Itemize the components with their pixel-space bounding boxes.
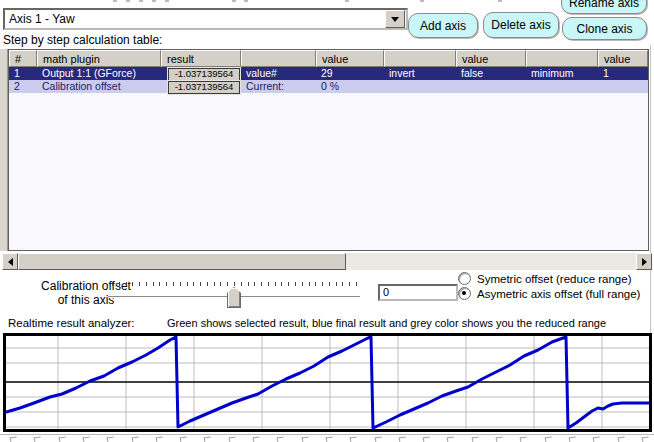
analyzer-chart-svg <box>6 336 649 429</box>
table-row[interactable]: 2 Calibration offset -1.037139564 Curren… <box>9 80 648 93</box>
column-header-value-2[interactable]: value <box>456 50 526 67</box>
column-header-num[interactable]: # <box>9 50 37 67</box>
scrollbar-thumb[interactable] <box>18 253 346 270</box>
left-arrow-icon <box>8 258 13 266</box>
panel-edge-divider <box>650 45 651 333</box>
radio-asymetric-offset[interactable]: Asymetric axis offset (full range) <box>458 287 640 300</box>
table-row-selected[interactable]: 1 Output 1:1 (GForce) -1.037139564 value… <box>9 67 648 80</box>
column-header-math-plugin[interactable]: math plugin <box>37 50 161 67</box>
analyzer-label: Realtime result analyzer: <box>8 317 135 329</box>
bottom-divider <box>0 434 654 435</box>
calculation-table[interactable]: # math plugin result value value value 1… <box>8 49 649 251</box>
column-header-value-1[interactable]: value <box>316 50 384 67</box>
column-header-blank-1[interactable] <box>241 50 316 67</box>
column-header-blank-2[interactable] <box>384 50 456 67</box>
row-number: 2 <box>9 80 37 97</box>
result-value-box[interactable]: -1.037139564 <box>168 81 240 94</box>
realtime-analyzer-chart <box>3 333 652 432</box>
table-label: Step by step calculation table: <box>3 33 162 47</box>
table-header-row: # math plugin result value value value <box>9 50 648 67</box>
slider-tick-marks <box>112 282 356 287</box>
radio-symetric-label: Symetric offset (reduce range) <box>477 273 631 285</box>
offset-value-input[interactable]: 0 <box>378 284 458 301</box>
add-axis-button[interactable]: Add axis <box>408 13 478 38</box>
scroll-left-button[interactable] <box>2 253 18 270</box>
radio-selected-icon[interactable] <box>458 287 471 300</box>
calibration-slider-thumb[interactable] <box>227 287 241 308</box>
vertical-scrollbar-track[interactable] <box>0 49 8 251</box>
axis-selector[interactable]: Axis 1 - Yaw <box>3 8 408 30</box>
radio-asymetric-label: Asymetric axis offset (full range) <box>477 288 640 300</box>
delete-axis-button[interactable]: Delete axis <box>483 12 559 38</box>
param-label <box>384 80 456 97</box>
result-cell: -1.037139564 <box>161 80 241 97</box>
chevron-down-icon <box>391 17 399 22</box>
analyzer-legend-text: Green shows selected result, blue final … <box>167 317 606 329</box>
param-value <box>598 80 648 97</box>
param-value <box>456 80 526 97</box>
radio-symetric-offset[interactable]: Symetric offset (reduce range) <box>458 272 631 285</box>
param-value: 0 % <box>316 80 384 97</box>
right-arrow-icon <box>642 258 647 266</box>
clone-axis-button[interactable]: Clone axis <box>562 17 647 40</box>
column-header-blank-3[interactable] <box>526 50 598 67</box>
radio-dot-icon <box>462 291 466 295</box>
scroll-right-button[interactable] <box>636 253 652 270</box>
axis-selector-value: Axis 1 - Yaw <box>5 12 385 26</box>
param-label <box>526 80 598 97</box>
column-header-value-3[interactable]: value <box>598 50 648 67</box>
dropdown-button[interactable] <box>385 10 405 28</box>
rename-axis-button[interactable]: Rename axis <box>561 0 647 14</box>
param-label: Current: <box>241 80 316 97</box>
radio-unselected-icon[interactable] <box>458 272 471 285</box>
column-header-result[interactable]: result <box>161 50 241 67</box>
horizontal-scrollbar[interactable] <box>2 253 652 270</box>
axis-calculation-panel: Axis 1 - Yaw Add axis Delete axis Rename… <box>0 0 654 442</box>
plugin-name: Calibration offset <box>37 80 161 97</box>
